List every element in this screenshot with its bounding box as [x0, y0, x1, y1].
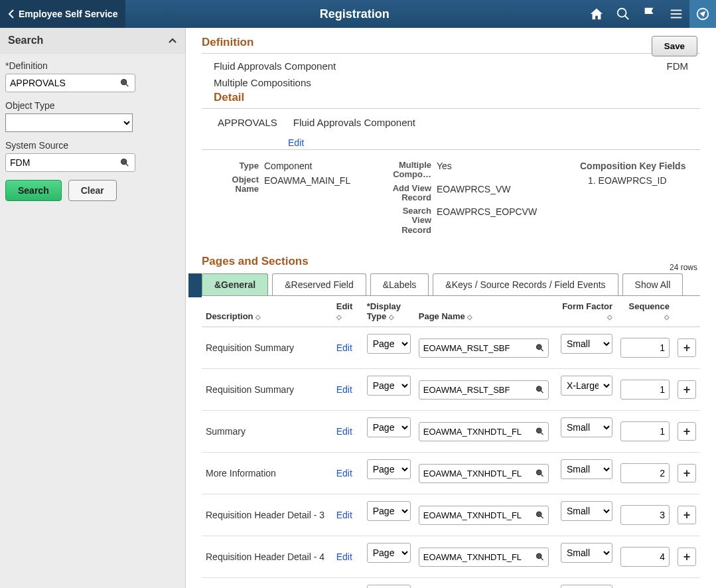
svg-line-1	[625, 16, 629, 20]
page-name-input[interactable]	[419, 506, 549, 525]
row-edit-link[interactable]: Edit	[336, 426, 352, 437]
display-type-select[interactable]: Page	[367, 501, 411, 521]
svg-rect-3	[671, 13, 682, 15]
row-edit-link[interactable]: Edit	[336, 551, 352, 562]
page-name-input[interactable]	[419, 464, 549, 483]
lookup-icon[interactable]	[535, 385, 545, 395]
add-row-button[interactable]: +	[678, 548, 696, 566]
flag-icon[interactable]	[636, 0, 663, 28]
search-icon[interactable]	[610, 0, 636, 28]
svg-line-17	[540, 474, 543, 477]
row-description: Requisition Header Detail - 4	[202, 536, 332, 578]
add-row-button[interactable]: +	[678, 464, 696, 482]
form-factor-select[interactable]: Small	[561, 501, 612, 521]
tab-showall[interactable]: Show All	[622, 273, 683, 295]
back-button[interactable]: Employee Self Service	[0, 0, 125, 28]
composition-key-label: Composition Key Fields	[580, 161, 687, 171]
definition-input[interactable]	[5, 74, 135, 92]
compass-icon[interactable]	[689, 0, 716, 28]
save-button[interactable]: Save	[652, 36, 697, 56]
col-pagename[interactable]: Page Name ◇	[415, 296, 557, 327]
svg-line-7	[125, 84, 128, 86]
svg-point-0	[618, 9, 626, 17]
display-type-select[interactable]: Page	[367, 585, 411, 588]
tabs-row: &General &Reserved Field &Labels &Keys /…	[202, 273, 700, 296]
sequence-input[interactable]	[620, 547, 670, 567]
row-description: Summary	[202, 411, 332, 453]
display-type-select[interactable]: Page	[367, 543, 411, 563]
sequence-input[interactable]	[620, 338, 670, 358]
form-factor-select[interactable]: Small	[561, 459, 612, 479]
svg-line-19	[540, 516, 543, 518]
page-name-input[interactable]	[419, 380, 549, 400]
form-factor-select[interactable]: Small	[561, 543, 612, 563]
clear-button[interactable]: Clear	[68, 180, 117, 201]
edit-link[interactable]: Edit	[288, 137, 304, 148]
form-factor-select[interactable]: Small	[561, 417, 612, 437]
add-row-button[interactable]: +	[678, 422, 696, 441]
col-display[interactable]: *DisplayType ◇	[363, 296, 415, 327]
row-edit-link[interactable]: Edit	[336, 384, 352, 395]
search-sidebar: Search *Definition Object Type System So…	[0, 28, 186, 588]
search-panel-title: Search	[8, 35, 43, 46]
svg-rect-2	[671, 10, 682, 11]
row-edit-link[interactable]: Edit	[336, 342, 352, 353]
object-type-select[interactable]	[5, 113, 133, 132]
definition-section-title: Definition	[202, 36, 700, 49]
svg-line-11	[540, 348, 543, 351]
form-factor-select[interactable]: Small	[561, 585, 612, 588]
col-sequence[interactable]: Sequence◇	[616, 296, 674, 327]
menu-icon[interactable]	[663, 0, 689, 28]
display-type-select[interactable]: Page	[367, 376, 411, 396]
sequence-input[interactable]	[620, 421, 670, 441]
display-type-select[interactable]: Page	[367, 334, 411, 354]
page-name-input[interactable]	[419, 422, 549, 441]
back-label: Employee Self Service	[19, 9, 117, 19]
chevron-up-icon	[168, 37, 177, 44]
page-name-input[interactable]	[419, 338, 549, 358]
row-edit-link[interactable]: Edit	[336, 510, 352, 520]
type-label: Type	[215, 161, 264, 171]
svg-rect-4	[671, 17, 682, 19]
lookup-icon[interactable]	[119, 78, 130, 88]
home-icon[interactable]	[583, 0, 610, 28]
tab-labels[interactable]: &Labels	[370, 273, 429, 295]
svg-line-21	[540, 557, 543, 560]
definition-sub: Multiple Compositions	[214, 77, 311, 88]
sequence-input[interactable]	[620, 505, 670, 525]
add-row-button[interactable]: +	[678, 380, 696, 399]
table-row: Requisition Header Detail - 3 Edit Page …	[202, 494, 700, 536]
sequence-input[interactable]	[620, 463, 670, 483]
page-name-input[interactable]	[419, 548, 549, 567]
col-edit[interactable]: Edit◇	[332, 296, 363, 327]
form-factor-select[interactable]: X-Large	[561, 376, 612, 396]
lookup-icon[interactable]	[119, 157, 130, 168]
chevron-left-icon	[8, 9, 15, 19]
search-button[interactable]: Search	[5, 180, 62, 201]
add-row-button[interactable]: +	[678, 338, 696, 357]
lookup-icon[interactable]	[535, 427, 545, 437]
row-edit-link[interactable]: Edit	[336, 468, 352, 478]
tab-reserved[interactable]: &Reserved Field	[272, 273, 366, 295]
display-type-select[interactable]: Page	[367, 459, 411, 479]
form-factor-select[interactable]: Small	[561, 334, 612, 354]
lookup-icon[interactable]	[535, 469, 545, 478]
lookup-icon[interactable]	[535, 510, 545, 520]
col-description[interactable]: Description ◇	[202, 296, 332, 327]
add-row-button[interactable]: +	[678, 506, 696, 524]
svg-line-13	[540, 390, 543, 393]
system-source-input[interactable]	[5, 153, 135, 172]
tab-keys[interactable]: &Keys / Source Records / Field Events	[433, 273, 618, 295]
sequence-input[interactable]	[620, 380, 670, 400]
sort-icon: ◇	[255, 313, 261, 321]
tab-general[interactable]: &General	[202, 273, 268, 295]
definition-name: Fluid Approvals Component	[214, 60, 336, 72]
display-type-select[interactable]: Page	[367, 417, 411, 437]
search-panel-header[interactable]: Search	[0, 28, 185, 54]
divider	[202, 53, 700, 54]
lookup-icon[interactable]	[535, 343, 545, 353]
row-description: Requisition Summary	[202, 369, 332, 411]
col-formfactor[interactable]: Form Factor◇	[557, 296, 616, 327]
lookup-icon[interactable]	[535, 552, 545, 562]
page-title: Registration	[125, 7, 583, 21]
